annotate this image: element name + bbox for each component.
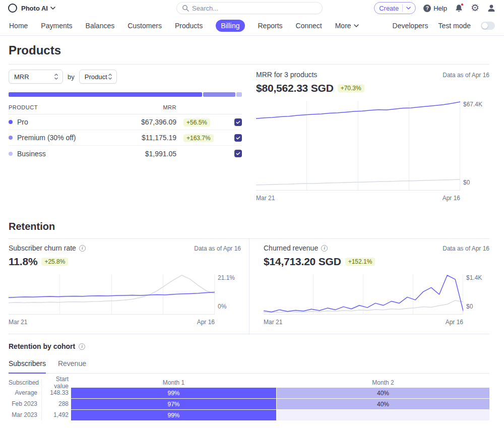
nav-item-reports[interactable]: Reports: [258, 22, 283, 30]
cohort-row: Average 148.33 99% 40%: [9, 388, 489, 398]
nav-item-developers[interactable]: Developers: [393, 22, 428, 30]
chevron-down-icon[interactable]: [50, 7, 55, 10]
churned-revenue-title: Churned revenue: [264, 244, 318, 252]
cohort-label: Mar 2023: [9, 410, 42, 420]
check-icon: [235, 135, 241, 141]
product-mrr-value: $11,175.19: [116, 134, 176, 142]
by-label: by: [68, 73, 75, 81]
check-icon: [235, 151, 241, 156]
nav-item-balances[interactable]: Balances: [86, 22, 115, 30]
delta-badge: +152.1%: [345, 258, 375, 266]
product-checkbox[interactable]: [234, 134, 242, 142]
divider: [9, 334, 489, 334]
chevron-down-icon: [354, 24, 359, 27]
settings-button[interactable]: ⚙: [471, 4, 479, 13]
retention-title: Retention: [9, 221, 489, 232]
data-as-of: Data as of Apr 16: [194, 245, 241, 252]
product-share-bar: [9, 92, 242, 97]
table-row: Premium (30% off) $11,175.19 +163.7%: [9, 130, 242, 146]
x-axis-end-label: Apr 16: [446, 319, 463, 326]
product-name: Premium (30% off): [17, 134, 76, 142]
tab-subscribers[interactable]: Subscribers: [9, 359, 46, 374]
test-mode-toggle[interactable]: [481, 22, 495, 30]
churn-rate-value: 11.8%: [9, 256, 37, 268]
y-axis-min-label: $0: [463, 179, 470, 186]
x-axis-start-label: Mar 21: [256, 195, 275, 202]
product-table: PRODUCT MRR Pro $67,396.09 +56.5%: [9, 104, 242, 161]
share-segment-premium: [203, 92, 235, 97]
create-button[interactable]: Create: [374, 2, 416, 14]
cohort-cell-month1: 99%: [71, 388, 276, 398]
select-caret-icon: [54, 73, 58, 80]
y-axis-min-label: $0: [466, 303, 473, 310]
help-label: Help: [433, 5, 447, 12]
churn-rate-panel: Subscriber churn rate i Data as of Apr 1…: [9, 239, 249, 334]
cohort-cell-month2: 40%: [277, 399, 489, 409]
x-axis-start-label: Mar 21: [9, 319, 27, 326]
table-row: Business $1,991.05: [9, 146, 242, 161]
product-name: Pro: [17, 118, 28, 126]
x-axis-end-label: Apr 16: [443, 195, 460, 202]
y-axis-min-label: 0%: [218, 303, 226, 310]
delta-badge: +25.8%: [41, 258, 68, 266]
group-by-select[interactable]: Product: [79, 70, 117, 84]
cohort-row: Mar 2023 1,492 99%: [9, 410, 489, 420]
col-header-mrr: MRR: [116, 104, 176, 110]
group-select-value: Product: [85, 73, 107, 81]
toggle-knob: [482, 23, 488, 29]
nav-more-label: More: [335, 22, 351, 30]
help-icon: ?: [423, 5, 431, 12]
product-table-header: PRODUCT MRR: [9, 104, 242, 114]
search-bar[interactable]: [176, 2, 323, 14]
product-checkbox[interactable]: [234, 118, 242, 126]
check-icon: [235, 119, 241, 125]
info-icon[interactable]: i: [321, 245, 328, 252]
app-name[interactable]: Photo AI: [21, 5, 48, 12]
col-header-product: PRODUCT: [9, 104, 116, 110]
nav-item-billing-active[interactable]: Billing: [216, 20, 244, 32]
cohort-cell-month2: [277, 410, 489, 420]
y-axis-max-label: 21.1%: [218, 274, 235, 281]
nav-item-payments[interactable]: Payments: [41, 22, 72, 30]
nav-item-home[interactable]: Home: [9, 22, 28, 30]
help-button[interactable]: ? Help: [423, 5, 447, 12]
search-input[interactable]: [192, 5, 317, 12]
cohort-start-value: 1,492: [42, 410, 69, 420]
x-axis-start-label: Mar 21: [264, 319, 282, 326]
data-as-of: Data as of Apr 16: [443, 245, 489, 252]
tab-revenue[interactable]: Revenue: [58, 359, 86, 373]
test-mode-label: Test mode: [438, 22, 471, 30]
info-icon[interactable]: i: [79, 343, 85, 350]
churned-revenue-value: $14,713.20 SGD: [264, 256, 341, 268]
metric-select-value: MRR: [14, 73, 29, 81]
nav-item-more[interactable]: More: [335, 22, 359, 30]
x-axis-end-label: Apr 16: [197, 319, 215, 326]
main-nav: Home Payments Balances Customers Product…: [0, 16, 504, 36]
profile-button[interactable]: [487, 4, 496, 13]
nav-item-connect[interactable]: Connect: [296, 22, 322, 30]
churned-revenue-chart: [264, 274, 463, 315]
nav-item-products[interactable]: Products: [175, 22, 203, 30]
product-checkbox[interactable]: [234, 150, 242, 157]
notifications-button[interactable]: [455, 4, 463, 13]
mrr-breakdown-panel: MRR by Product PRODUCT MRR: [9, 66, 242, 202]
delta-badge: +56.5%: [183, 118, 210, 127]
delta-badge: +163.7%: [183, 134, 214, 142]
chevron-down-icon: [406, 7, 411, 10]
select-caret-icon: [108, 73, 112, 80]
metric-select[interactable]: MRR: [9, 70, 63, 84]
cohort-label: Average: [9, 388, 42, 398]
product-mrr-value: $1,991.05: [116, 150, 176, 158]
nav-item-customers[interactable]: Customers: [128, 22, 162, 30]
cohort-cell-month1: 97%: [71, 399, 276, 409]
cohort-start-value: 148.33: [42, 388, 69, 398]
cohort-cell-month1: 99%: [71, 410, 276, 420]
top-bar: Photo AI Create ? Help ⚙: [0, 0, 504, 16]
churned-revenue-panel: Churned revenue i Data as of Apr 16 $14,…: [249, 239, 489, 334]
search-icon: [182, 5, 189, 12]
info-icon[interactable]: i: [79, 245, 86, 252]
product-name: Business: [17, 150, 46, 158]
table-row: Pro $67,396.09 +56.5%: [9, 114, 242, 130]
person-icon: [487, 4, 496, 13]
create-button-divider: [402, 5, 403, 12]
